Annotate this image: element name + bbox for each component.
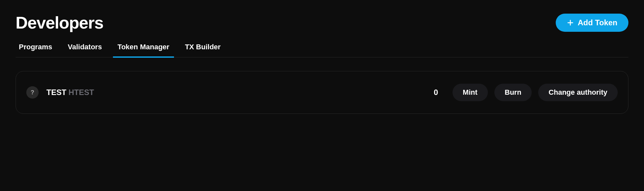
tab-validators[interactable]: Validators [68,43,102,57]
page-title: Developers [16,13,103,32]
add-token-button[interactable]: Add Token [556,14,628,32]
token-symbol: HTEST [68,88,94,97]
tab-tx-builder[interactable]: TX Builder [185,43,221,57]
tab-token-manager[interactable]: Token Manager [118,43,169,57]
mint-button[interactable]: Mint [452,84,488,101]
plus-icon [567,19,574,26]
token-icon: ? [26,86,39,99]
tab-programs[interactable]: Programs [19,43,52,57]
token-name: TEST [46,88,66,97]
change-authority-button[interactable]: Change authority [538,84,618,101]
tabs: Programs Validators Token Manager TX Bui… [16,43,628,57]
token-name-label: TEST HTEST [46,88,94,97]
token-row: ? TEST HTEST 0 Mint Burn Change authorit… [16,71,628,114]
token-amount: 0 [434,88,438,97]
burn-button[interactable]: Burn [494,84,532,101]
add-token-label: Add Token [578,18,617,27]
